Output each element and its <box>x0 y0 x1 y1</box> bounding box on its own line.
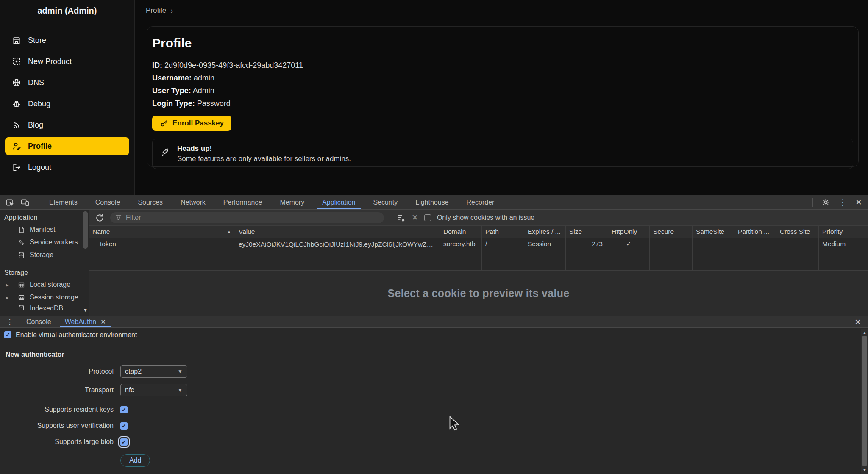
database-icon <box>18 305 25 310</box>
cookie-path[interactable]: / <box>482 238 524 250</box>
cookie-secure[interactable] <box>650 238 693 250</box>
tab-application[interactable]: Application <box>313 195 364 209</box>
cookie-filter-input[interactable]: Filter <box>110 212 384 223</box>
col-samesite[interactable]: SameSite <box>693 226 734 238</box>
tab-network[interactable]: Network <box>172 195 214 209</box>
cookie-httponly[interactable]: ✓ <box>608 238 650 250</box>
cookie-priority[interactable]: Medium <box>819 238 868 250</box>
refresh-icon[interactable] <box>95 213 104 222</box>
cookie-expires[interactable]: Session <box>524 238 566 250</box>
tab-elements[interactable]: Elements <box>40 195 86 209</box>
delete-selected-icon[interactable]: ✕ <box>412 213 418 222</box>
sidebar-item-store[interactable]: Store <box>5 31 129 49</box>
cookie-domain[interactable]: sorcery.htb <box>440 238 482 250</box>
drawer-more-icon[interactable]: ⋮ <box>0 317 19 327</box>
expand-arrow-icon[interactable]: ▸ <box>6 282 13 288</box>
sidebar-item-label: New Product <box>28 57 72 66</box>
enroll-passkey-button[interactable]: Enroll Passkey <box>152 116 231 131</box>
drawer-tab-webauthn[interactable]: WebAuthn ✕ <box>58 316 113 327</box>
scrollbar-thumb[interactable] <box>83 211 88 249</box>
sidebar-item-blog[interactable]: Blog <box>5 116 129 134</box>
col-priority[interactable]: Priority <box>819 226 868 238</box>
sidebar-item-label: Profile <box>28 142 52 151</box>
heads-up-notice: Heads up! Some features are only availab… <box>152 139 853 169</box>
app-nav-session-storage[interactable]: ▸ Session storage <box>0 291 89 304</box>
profile-id-field: ID: 2d9f0d9e-0935-49f3-afcd-29abd3427011 <box>152 59 853 72</box>
tab-performance[interactable]: Performance <box>214 195 271 209</box>
mouse-cursor <box>448 416 460 432</box>
col-httponly[interactable]: HttpOnly <box>608 226 650 238</box>
sidebar-item-label: Debug <box>28 100 50 108</box>
app-nav-indexeddb[interactable]: IndexedDB <box>0 304 89 310</box>
cookie-table-header: Name▲ Value Domain Path Expires / ... Si… <box>89 226 868 238</box>
app-nav-local-storage[interactable]: ▸ Local storage <box>0 278 89 291</box>
app-sidebar-scrollbar[interactable]: ▼ <box>83 211 88 316</box>
tab-sources[interactable]: Sources <box>129 195 172 209</box>
storage-section-header: Storage <box>0 267 89 278</box>
sidebar-item-profile[interactable]: Profile <box>5 137 129 155</box>
col-crosssite[interactable]: Cross Site <box>776 226 819 238</box>
drawer-tab-console[interactable]: Console <box>19 316 58 327</box>
clear-all-cookies-icon[interactable] <box>396 213 406 222</box>
app-nav-manifest[interactable]: Manifest <box>0 223 89 236</box>
scroll-up-icon[interactable]: ▲ <box>862 330 867 335</box>
drawer-scrollbar[interactable]: ▲ ▼ <box>861 329 868 474</box>
close-webauthn-tab-icon[interactable]: ✕ <box>100 318 106 326</box>
tab-lighthouse[interactable]: Lighthouse <box>406 195 457 209</box>
col-domain[interactable]: Domain <box>440 226 482 238</box>
tab-security[interactable]: Security <box>364 195 406 209</box>
inspect-element-icon[interactable] <box>5 198 14 207</box>
col-secure[interactable]: Secure <box>650 226 693 238</box>
notice-title: Heads up! <box>177 144 351 153</box>
user-verification-checkbox[interactable]: ✓ <box>120 422 128 430</box>
col-path[interactable]: Path <box>482 226 524 238</box>
breadcrumb[interactable]: Profile <box>146 6 166 15</box>
col-value[interactable]: Value <box>235 226 440 238</box>
scrollbar-thumb[interactable] <box>862 336 867 466</box>
cookies-toolbar: Filter ✕ Only show cookies with an issue <box>89 210 868 226</box>
col-name[interactable]: Name▲ <box>89 226 235 238</box>
app-nav-service-workers[interactable]: Service workers <box>0 236 89 249</box>
close-drawer-icon[interactable]: ✕ <box>854 317 868 327</box>
settings-gear-icon[interactable] <box>821 198 830 207</box>
cookie-samesite[interactable] <box>693 238 734 250</box>
tab-console[interactable]: Console <box>86 195 129 209</box>
app-nav-storage[interactable]: Storage <box>0 249 89 261</box>
resident-keys-checkbox[interactable]: ✓ <box>120 406 128 413</box>
profile-logintype-field: Login Type: Password <box>152 97 853 110</box>
service-workers-icon <box>18 239 25 246</box>
more-options-icon[interactable]: ⋮ <box>839 198 847 206</box>
close-devtools-icon[interactable]: ✕ <box>855 198 862 206</box>
scroll-down-icon[interactable]: ▼ <box>83 308 88 313</box>
user-verification-label: Supports user verification <box>0 422 114 430</box>
cookie-preview-placeholder: Select a cookie to preview its value <box>387 287 569 299</box>
tab-recorder[interactable]: Recorder <box>458 195 504 209</box>
device-toolbar-icon[interactable] <box>20 198 30 207</box>
divider <box>36 198 36 207</box>
cookie-partition[interactable] <box>734 238 776 250</box>
resident-keys-label: Supports resident keys <box>0 406 114 413</box>
sidebar-item-logout[interactable]: Logout <box>5 158 129 176</box>
cookie-value[interactable]: eyJ0eXAiOiJKV1QiLCJhbGciOiJIUzI1NiJ9.eyJ… <box>235 238 440 250</box>
col-partition[interactable]: Partition ... <box>734 226 776 238</box>
large-blob-checkbox[interactable]: ✓ <box>120 438 128 446</box>
transport-select[interactable]: nfc ▼ <box>120 384 187 396</box>
cookie-name[interactable]: token <box>89 238 235 250</box>
protocol-select[interactable]: ctap2 ▼ <box>120 365 187 378</box>
cookies-pane: Filter ✕ Only show cookies with an issue… <box>89 210 868 316</box>
enable-authenticator-checkbox[interactable]: ✓ <box>4 331 11 338</box>
only-issue-checkbox[interactable] <box>424 214 431 221</box>
col-size[interactable]: Size <box>566 226 608 238</box>
sidebar-item-debug[interactable]: Debug <box>5 95 129 113</box>
col-expires[interactable]: Expires / ... <box>524 226 566 238</box>
add-authenticator-button[interactable]: Add <box>120 454 150 467</box>
tab-memory[interactable]: Memory <box>271 195 313 209</box>
cookie-row-token[interactable]: token eyJ0eXAiOiJKV1QiLCJhbGciOiJIUzI1Ni… <box>89 238 868 250</box>
cookie-crosssite[interactable] <box>776 238 819 250</box>
scroll-down-icon[interactable]: ▼ <box>862 468 867 472</box>
sidebar-item-dns[interactable]: DNS <box>5 74 129 91</box>
application-sidebar: Application Manifest Service workers Sto… <box>0 210 89 316</box>
cookie-size[interactable]: 273 <box>566 238 608 250</box>
sidebar-item-new-product[interactable]: New Product <box>5 53 129 70</box>
expand-arrow-icon[interactable]: ▸ <box>6 294 13 301</box>
